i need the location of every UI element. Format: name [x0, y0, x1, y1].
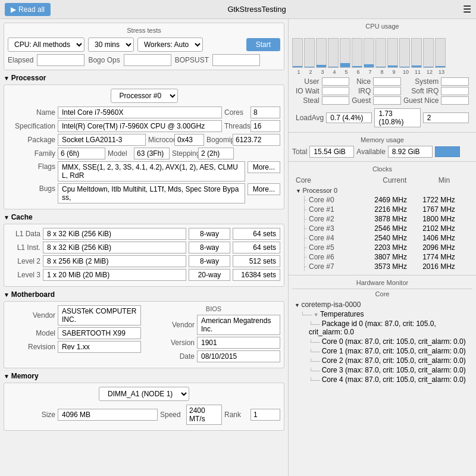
table-row: ├ Core #6 3807 MHz 1774 MHz: [292, 252, 472, 262]
bopsust-label: BOPSUST: [175, 56, 209, 64]
bios-vendor-label: Vendor: [147, 321, 195, 329]
steal-value: [322, 96, 350, 105]
cpu-bar-fill-4: [340, 63, 350, 67]
clock-indent-2: ├: [302, 215, 309, 223]
elapsed-input[interactable]: [37, 54, 84, 66]
cpu-bar-fill-12: [436, 66, 445, 67]
mb-revision-value: Rev 1.xx: [58, 341, 141, 353]
cpu-bar-label-5: 6: [353, 69, 364, 75]
stress-tests-section: Stress tests CPU: All methods 30 mins Wo…: [4, 23, 284, 70]
cpu-bar-8: [387, 38, 398, 68]
bugs-more-button[interactable]: More...: [248, 183, 280, 195]
flags-more-button[interactable]: More...: [248, 161, 280, 173]
bios-version-label: Version: [147, 339, 195, 347]
nice-value: [373, 77, 401, 86]
cpu-bar-fill-3: [328, 67, 338, 67]
cpu-bar-label-9: 10: [400, 69, 411, 75]
system-value: [441, 77, 469, 86]
cache-header[interactable]: Cache: [4, 213, 284, 221]
memory-slot-selector[interactable]: DIMM_A1 (NODE 1): [99, 387, 189, 401]
cpu-bar-5: [352, 38, 362, 68]
clocks-col-min: Min: [419, 176, 469, 184]
microcode-value: 0x43: [174, 134, 204, 146]
softirq-label: Soft IRQ: [403, 87, 439, 95]
bogo-ops-label: Bogo Ops: [88, 56, 120, 64]
list-item: Core 3 (max: 87.0, crit: 105.0, crit_ala…: [292, 365, 472, 375]
loadavg-val1: 0.7 (4.4%): [326, 112, 372, 123]
mem-size-value: 4096 MB: [58, 409, 158, 421]
guest-label: Guest: [352, 96, 371, 105]
elapsed-label: Elapsed: [8, 56, 33, 64]
cache-l2-row: Level 2 8 x 256 KiB (2 MiB) 8-way 512 se…: [8, 255, 280, 267]
cache-l1data-row: L1 Data 8 x 32 KiB (256 KiB) 8-way 64 se…: [8, 228, 280, 240]
table-row: ├ Core #7 3573 MHz 2016 MHz: [292, 262, 472, 271]
cpu-method-select[interactable]: CPU: All methods: [8, 37, 84, 52]
name-value: Intel Core i7-5960X: [58, 107, 222, 118]
cpu-bar-fill-7: [376, 67, 386, 67]
processor-header[interactable]: Processor: [4, 74, 284, 82]
clock-current-0: 2469 MHz: [367, 196, 415, 204]
processor-selector[interactable]: Processor #0: [111, 89, 178, 103]
read-all-icon: ▶: [11, 5, 16, 14]
hw-core-title: Core: [292, 290, 472, 298]
cpu-bar-fill-8: [388, 65, 397, 67]
start-button[interactable]: Start: [246, 38, 280, 51]
mem-rank-label: Rank: [224, 411, 248, 419]
clock-min-1: 1767 MHz: [415, 205, 463, 214]
table-row: ├ Core #0 2469 MHz 1722 MHz: [292, 195, 472, 205]
motherboard-header[interactable]: Motherboard: [4, 290, 284, 299]
spec-value: Intel(R) Core(TM) i7-5960X CPU @ 3.00GHz: [58, 120, 222, 132]
cpu-bar-fill-9: [400, 67, 409, 67]
list-item: Core 2 (max: 87.0, crit: 105.0, crit_ala…: [292, 356, 472, 365]
duration-select[interactable]: 30 mins: [88, 37, 134, 52]
memory-header[interactable]: Memory: [4, 372, 284, 380]
clock-min-6: 1774 MHz: [415, 253, 463, 261]
clock-name-2: Core #2: [309, 215, 367, 223]
name-label: Name: [8, 108, 55, 117]
model-label: Model: [108, 149, 131, 158]
mem-size-label: Size: [8, 411, 55, 419]
workers-select[interactable]: Workers: Auto: [137, 37, 203, 52]
family-value: 6 (6h): [58, 148, 105, 159]
threads-value: 16: [250, 120, 280, 132]
read-all-button[interactable]: ▶ Read all: [5, 3, 51, 16]
cpu-bar-label-12: 13: [436, 69, 447, 75]
mem-rank-value: 1: [250, 409, 280, 421]
menu-button[interactable]: ☰: [463, 4, 471, 15]
clock-indent-5: ├: [302, 243, 309, 252]
list-item: Core 4 (max: 87.0, crit: 105.0, crit_ala…: [292, 375, 472, 384]
cpu-bar-label-4: 5: [341, 69, 352, 75]
cpu-bar-label-2: 3: [317, 69, 328, 75]
hw-monitor-section: Hardware Monitor Core coretemp-isa-0000 …: [289, 275, 476, 388]
clock-min-2: 1800 MHz: [415, 215, 463, 223]
bogo-ops-input[interactable]: [124, 54, 171, 66]
clock-name-6: Core #6: [309, 253, 367, 261]
cpu-bar-bg-4: [340, 38, 350, 68]
clock-current-6: 3807 MHz: [367, 253, 415, 261]
clocks-col-core: Core: [296, 176, 370, 184]
clocks-col-current: Current: [370, 176, 419, 184]
bopsust-input[interactable]: [212, 54, 260, 66]
cpu-bar-fill-1: [305, 67, 314, 67]
clock-current-4: 2540 MHz: [367, 234, 415, 242]
list-item: Core 0 (max: 87.0, crit: 105.0, crit_ala…: [292, 337, 472, 346]
loadavg-val3: 2: [423, 112, 469, 123]
total-label: Total: [292, 148, 307, 156]
cpu-bar-bg-10: [411, 38, 422, 68]
cpu-bar-bg-1: [304, 38, 315, 68]
cpu-bar-label-10: 11: [412, 69, 423, 75]
cpu-bar-11: [423, 38, 434, 68]
guest-nice-label: Guest Nice: [403, 96, 439, 105]
motherboard-section: Motherboard Vendor ASUSTeK COMPUTER INC.…: [4, 290, 284, 368]
bogomips-value: 6123.72: [233, 134, 280, 146]
mb-left-col: Vendor ASUSTeK COMPUTER INC. Model SABER…: [8, 305, 141, 364]
clocks-section: Clocks Core Current Min Processor 0 ├ Co…: [289, 162, 476, 275]
clock-min-3: 2102 MHz: [415, 224, 463, 233]
cpu-bar-fill-6: [364, 64, 374, 67]
cpu-bar-bg-6: [364, 38, 374, 68]
loadavg-val2: 1.73 (10.8%): [374, 108, 420, 127]
cpu-bar-bg-8: [387, 38, 398, 68]
cpu-bar-bg-0: [292, 38, 303, 68]
clock-name-3: Core #3: [309, 224, 367, 233]
bios-title: BIOS: [147, 305, 280, 312]
